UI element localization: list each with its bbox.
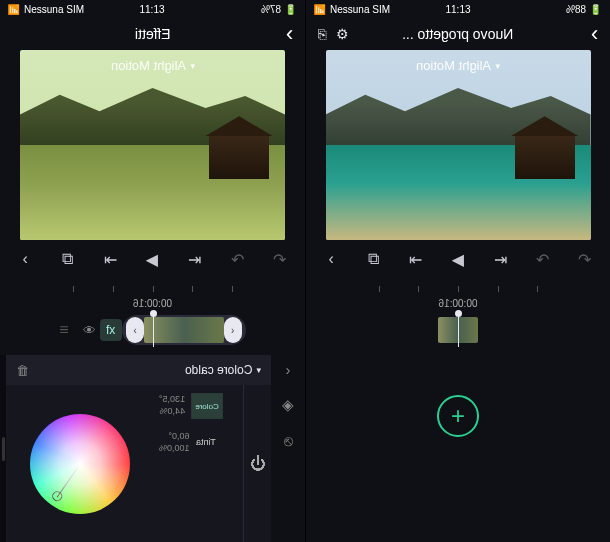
playhead[interactable] — [458, 313, 459, 347]
effect-name[interactable]: ▾Colore caldo — [185, 363, 261, 377]
keyframe-icon[interactable]: ◈ — [282, 396, 294, 414]
next-frame-icon[interactable]: ⇥ — [181, 250, 209, 269]
collapse-icon[interactable]: › — [286, 361, 291, 378]
settings-icon[interactable]: ⚙ — [336, 26, 349, 42]
undo-icon[interactable]: ↶ — [529, 250, 557, 269]
watermark: ▾Alight Motion — [416, 58, 500, 73]
back-chevron-icon[interactable]: ‹ — [317, 250, 345, 268]
trim-handle-left[interactable]: › — [126, 317, 144, 343]
transport-bar: ‹ ⧉ ⇤ ▶ ⇥ ↶ ↷ — [0, 240, 305, 278]
watermark: ▾Alight Motion — [110, 58, 194, 73]
prev-frame-icon[interactable]: ⇤ — [402, 250, 430, 269]
back-chevron-icon[interactable]: ‹ — [11, 250, 39, 268]
video-canvas[interactable]: ▾Alight Motion — [20, 50, 285, 240]
add-layer-button[interactable]: + — [437, 395, 479, 437]
header-bar: ⎘ ⚙ Nuovo progetto ... › — [306, 18, 610, 50]
effect-power-toggle[interactable]: ⏻ — [243, 385, 271, 542]
effect-panel: 🗑 ▾Colore caldo 130,5°44,0% Colore 60,0°… — [0, 355, 305, 542]
timecode-label: 00:00:16 — [306, 298, 610, 309]
preview-area: ▾Alight Motion — [0, 50, 305, 240]
video-canvas[interactable]: ▾Alight Motion — [326, 50, 591, 240]
timeline[interactable]: 00:00:16 ≡ 👁 fx › › — [0, 278, 305, 355]
undo-icon[interactable]: ↶ — [223, 250, 251, 269]
playhead[interactable] — [153, 313, 154, 347]
preview-area: ▾Alight Motion — [306, 50, 610, 240]
redo-icon[interactable]: ↷ — [266, 250, 294, 269]
export-icon[interactable]: ⎘ — [318, 26, 326, 42]
color-readout: 130,5°44,0% Colore 60,0°100,0% Tinta — [153, 385, 243, 542]
trim-handle-right[interactable]: › — [224, 317, 242, 343]
color-swatch[interactable]: Colore — [191, 393, 223, 419]
track-menu-icon[interactable]: ≡ — [59, 321, 68, 339]
play-icon[interactable]: ▶ — [138, 250, 166, 269]
transport-bar: ‹ ⧉ ⇤ ▶ ⇥ ↶ ↷ — [306, 240, 610, 278]
panel-side-tools: › ◈ ⎋ — [271, 355, 305, 542]
video-clip[interactable] — [144, 317, 224, 343]
delete-effect-icon[interactable]: 🗑 — [16, 363, 29, 378]
clip-track[interactable]: ≡ 👁 fx › › — [0, 313, 305, 347]
play-icon[interactable]: ▶ — [444, 250, 472, 269]
clip-track[interactable] — [306, 313, 610, 347]
screen-title: Effetti — [135, 26, 171, 42]
visibility-icon[interactable]: 👁 — [83, 323, 96, 338]
layers-icon[interactable]: ⧉ — [359, 250, 387, 268]
layers-icon[interactable]: ⧉ — [54, 250, 82, 268]
aspect-icon[interactable]: ⎋ — [284, 432, 293, 449]
back-icon[interactable]: › — [591, 21, 598, 47]
next-frame-icon[interactable]: ⇥ — [486, 250, 514, 269]
fx-badge[interactable]: fx — [100, 319, 122, 341]
redo-icon[interactable]: ↷ — [571, 250, 599, 269]
timeline[interactable]: 00:00:16 — [306, 278, 610, 355]
back-icon[interactable]: › — [286, 21, 293, 47]
add-layer-area: + — [306, 355, 610, 542]
status-bar: 🔋88% 11:13 Nessuna SIM📶 — [306, 0, 610, 18]
prev-frame-icon[interactable]: ⇤ — [96, 250, 124, 269]
status-bar: 🔋87% 11:13 Nessuna SIM📶 — [0, 0, 305, 18]
effects-screen: 🔋87% 11:13 Nessuna SIM📶 Effetti › ▾Aligh… — [0, 0, 305, 542]
screen-title: Nuovo progetto ... — [402, 26, 513, 42]
timecode-label: 00:00:16 — [0, 298, 305, 309]
header-bar: Effetti › — [0, 18, 305, 50]
color-wheel[interactable] — [30, 414, 130, 514]
project-screen: 🔋88% 11:13 Nessuna SIM📶 ⎘ ⚙ Nuovo proget… — [305, 0, 610, 542]
